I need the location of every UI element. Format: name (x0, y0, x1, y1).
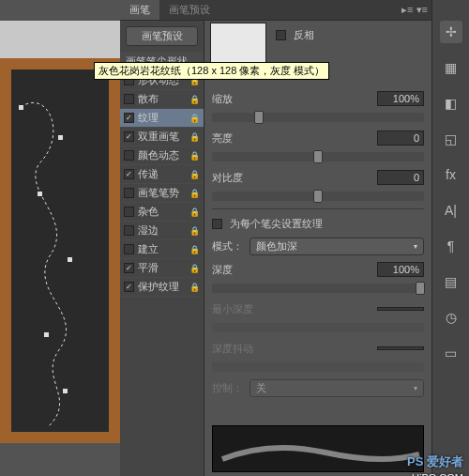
scale-slider[interactable] (212, 113, 424, 122)
scale-row: 缩放 100% (212, 90, 424, 107)
opt-color-dynamics[interactable]: 颜色动态🔒 (120, 146, 204, 165)
control-label: 控制： (212, 381, 250, 395)
opt-label: 平滑 (138, 261, 189, 275)
brightness-slider[interactable] (212, 152, 424, 161)
per-tip-checkbox[interactable] (212, 219, 222, 229)
brush-options-list: 画笔预设 画笔笔尖形状 形状动态🔒 散布🔒 纹理🔒 双重画笔🔒 颜色动态🔒 传递… (120, 21, 204, 476)
tab-brush[interactable]: 画笔 (120, 0, 159, 20)
checkbox[interactable] (124, 207, 134, 217)
per-tip-label: 为每个笔尖设置纹理 (230, 217, 323, 231)
lock-icon[interactable]: 🔒 (189, 283, 200, 292)
invert-label: 反相 (294, 28, 314, 42)
checkbox[interactable] (124, 225, 134, 236)
opt-label: 双重画笔 (138, 130, 189, 144)
chalkboard-frame (0, 58, 120, 443)
lock-icon[interactable]: 🔒 (189, 245, 200, 254)
opt-texture[interactable]: 纹理🔒 (120, 109, 204, 128)
checkbox[interactable] (124, 244, 134, 254)
opt-label: 颜色动态 (138, 148, 189, 162)
lock-icon[interactable]: 🔒 (189, 132, 200, 142)
texture-settings: 反相 缩放 100% 亮度 0 对比度 0 (204, 21, 431, 476)
svg-rect-2 (38, 192, 42, 196)
chevron-down-icon: ▾ (414, 384, 417, 392)
brush-stroke-preview (212, 425, 424, 472)
checkbox[interactable] (124, 282, 134, 292)
opt-protect-texture[interactable]: 保护纹理🔒 (120, 278, 204, 297)
depth-slider[interactable] (212, 284, 424, 293)
opt-dual-brush[interactable]: 双重画笔🔒 (120, 128, 204, 146)
brush-icon[interactable]: ✢ (440, 21, 462, 43)
svg-rect-5 (63, 389, 68, 393)
svg-rect-1 (58, 135, 63, 140)
opt-transfer[interactable]: 传递🔒 (120, 165, 204, 184)
opt-wet-edges[interactable]: 湿边🔒 (120, 222, 204, 240)
note-icon[interactable]: ▭ (440, 342, 462, 364)
lock-icon[interactable]: 🔒 (189, 95, 200, 104)
per-tip-row: 为每个笔尖设置纹理 (212, 215, 424, 232)
invert-row: 反相 (276, 28, 314, 42)
separator (212, 208, 424, 209)
canvas-area (0, 21, 120, 434)
lock-icon[interactable]: 🔒 (189, 264, 200, 273)
depth-jitter-label: 深度抖动 (212, 342, 259, 356)
contrast-row: 对比度 0 (212, 169, 424, 186)
brightness-value[interactable]: 0 (377, 131, 424, 146)
scale-value[interactable]: 100% (377, 91, 424, 106)
preset-icon[interactable]: ▤ (440, 270, 462, 293)
control-row: 控制： 关 ▾ (212, 379, 424, 397)
opt-label: 湿边 (138, 223, 189, 238)
fx-icon[interactable]: fx (440, 163, 462, 186)
min-depth-slider (212, 323, 424, 332)
opt-label: 散布 (138, 92, 189, 106)
tab-brush-presets[interactable]: 画笔预设 (159, 0, 219, 20)
contrast-value[interactable]: 0 (377, 170, 424, 185)
svg-rect-3 (68, 257, 72, 262)
mode-dropdown[interactable]: 颜色加深 ▾ (250, 238, 424, 255)
chevron-down-icon: ▾ (414, 242, 417, 251)
opt-brush-pose[interactable]: 画笔笔势🔒 (120, 184, 204, 203)
checkbox[interactable] (124, 169, 134, 179)
contrast-slider[interactable] (212, 192, 424, 201)
lock-icon[interactable]: 🔒 (189, 170, 200, 179)
depth-jitter-row: 深度抖动 (212, 340, 424, 357)
scale-label: 缩放 (212, 92, 259, 106)
checkbox[interactable] (124, 188, 134, 198)
checkbox[interactable] (124, 131, 134, 142)
texture-tooltip: 灰色花岗岩花纹纸（128 x 128 像素，灰度 模式） (94, 62, 329, 80)
opt-smoothing[interactable]: 平滑🔒 (120, 259, 204, 278)
clock-icon[interactable]: ◷ (440, 306, 462, 329)
contrast-label: 对比度 (212, 171, 259, 185)
opt-scatter[interactable]: 散布🔒 (120, 90, 204, 109)
panel-menu-icon[interactable]: ▸≡ ▾≡ (401, 4, 428, 16)
checkbox[interactable] (124, 150, 134, 161)
depth-row: 深度 100% (212, 261, 424, 278)
control-dropdown: 关 ▾ (250, 379, 424, 397)
opt-buildup[interactable]: 建立🔒 (120, 240, 204, 259)
opt-label: 杂色 (138, 205, 189, 219)
depth-jitter-slider (212, 362, 424, 372)
opt-noise[interactable]: 杂色🔒 (120, 203, 204, 222)
checkbox[interactable] (124, 263, 134, 273)
lock-icon[interactable]: 🔒 (189, 226, 200, 236)
lock-icon[interactable]: 🔒 (189, 151, 200, 161)
swatches-icon[interactable]: ▦ (440, 56, 462, 79)
svg-rect-0 (19, 105, 23, 110)
lock-icon[interactable]: 🔒 (189, 207, 200, 217)
checkbox[interactable] (124, 113, 134, 123)
opt-label: 传递 (138, 167, 189, 181)
layers-icon[interactable]: ◧ (440, 92, 462, 115)
invert-checkbox[interactable] (276, 30, 286, 40)
checkbox[interactable] (124, 94, 134, 104)
depth-label: 深度 (212, 263, 259, 277)
control-value: 关 (256, 381, 266, 395)
brush-presets-button[interactable]: 画笔预设 (126, 26, 198, 46)
depth-value[interactable]: 100% (377, 262, 424, 277)
paragraph-icon[interactable]: ¶ (440, 235, 462, 257)
lock-icon[interactable]: 🔒 (189, 114, 200, 123)
brightness-row: 亮度 0 (212, 130, 424, 146)
cube-icon[interactable]: ◱ (440, 128, 462, 150)
text-icon[interactable]: A| (440, 199, 462, 222)
chalk-path (11, 69, 109, 432)
lock-icon[interactable]: 🔒 (189, 189, 200, 198)
opt-label: 画笔笔势 (138, 186, 189, 200)
